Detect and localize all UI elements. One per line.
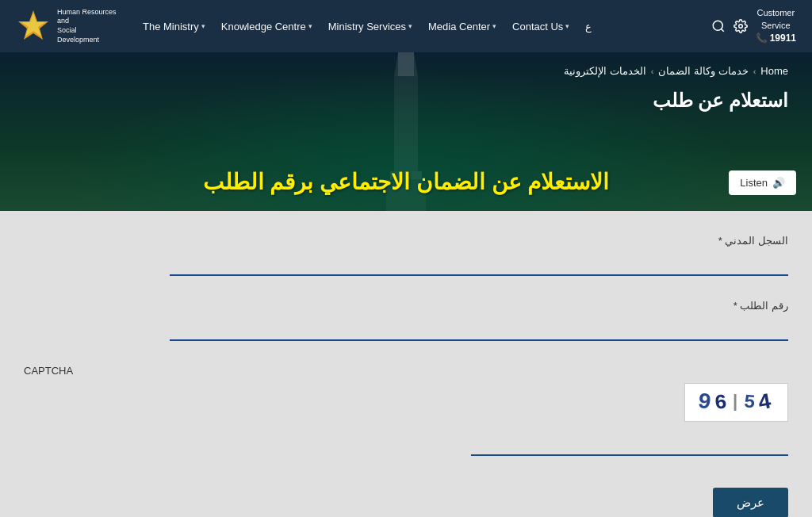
svg-line-3 [721,29,723,31]
svg-point-2 [713,21,722,30]
customer-service-phone: 📞 19911 [756,32,796,45]
request-number-input[interactable] [170,316,788,341]
nav-links: The Ministry ▾ Knowledge Centre ▾ Minist… [136,16,703,37]
logo[interactable]: Human Resources and Social Development [16,8,121,45]
phone-icon: 📞 [756,32,768,45]
nav-ministry-services[interactable]: Ministry Services ▾ [322,16,419,37]
search-icon [711,19,726,33]
page-title: استعلام عن طلب [0,90,812,112]
submit-button[interactable]: عرض [713,488,788,517]
breadcrumb-current: الخدمات الإلكترونية [564,65,646,77]
nav-the-ministry[interactable]: The Ministry ▾ [136,16,212,37]
listen-button[interactable]: Listen 🔊 [729,170,796,195]
captcha-section: CAPTCHA 4 5 | 6 9 [24,365,788,456]
chevron-down-icon: ▾ [201,22,205,30]
captcha-label: CAPTCHA [24,365,788,377]
customer-service: CustomerService 📞 19911 [756,7,796,45]
svg-point-4 [738,25,742,29]
request-number-field-group: رقم الطلب * [24,300,788,341]
nav-contact-us[interactable]: Contact Us ▾ [506,16,576,37]
breadcrumb: Home › خدمات وكالة الضمان › الخدمات الإل… [0,52,812,90]
settings-button[interactable] [733,19,748,33]
nav-media-center[interactable]: Media Center ▾ [422,16,503,37]
civil-record-input[interactable] [170,251,788,276]
chevron-down-icon: ▾ [308,22,312,30]
gear-icon [733,19,748,33]
chevron-down-icon: ▾ [492,22,496,30]
logo-icon [16,9,51,44]
nav-icons [711,19,748,33]
chevron-down-icon: ▾ [408,22,412,30]
breadcrumb-separator-2: › [651,67,654,76]
breadcrumb-level2[interactable]: خدمات وكالة الضمان [658,65,748,77]
chevron-down-icon: ▾ [565,22,569,30]
customer-service-title: CustomerService [756,7,796,32]
breadcrumb-home[interactable]: Home [760,65,788,77]
breadcrumb-separator: › [753,67,756,76]
nav-knowledge-centre[interactable]: Knowledge Centre ▾ [215,16,319,37]
form-section: السجل المدني * رقم الطلب * CAPTCHA 4 5 |… [0,211,812,517]
request-number-label: رقم الطلب * [24,300,788,312]
civil-record-field-group: السجل المدني * [24,235,788,276]
captcha-image: 4 5 | 6 9 [684,383,788,422]
nav-arabic[interactable]: ع [579,16,598,37]
hero-main-title: الاستعلام عن الضمان الاجتماعي برقم الطلب [203,169,610,195]
navbar: Human Resources and Social Development T… [0,0,812,52]
logo-text: Human Resources and Social Development [57,8,121,45]
listen-label: Listen [740,177,768,189]
civil-record-label: السجل المدني * [24,235,788,247]
speaker-icon: 🔊 [772,177,785,189]
hero-section: Home › خدمات وكالة الضمان › الخدمات الإل… [0,52,812,211]
search-button[interactable] [711,19,726,33]
captcha-input[interactable] [471,431,788,456]
